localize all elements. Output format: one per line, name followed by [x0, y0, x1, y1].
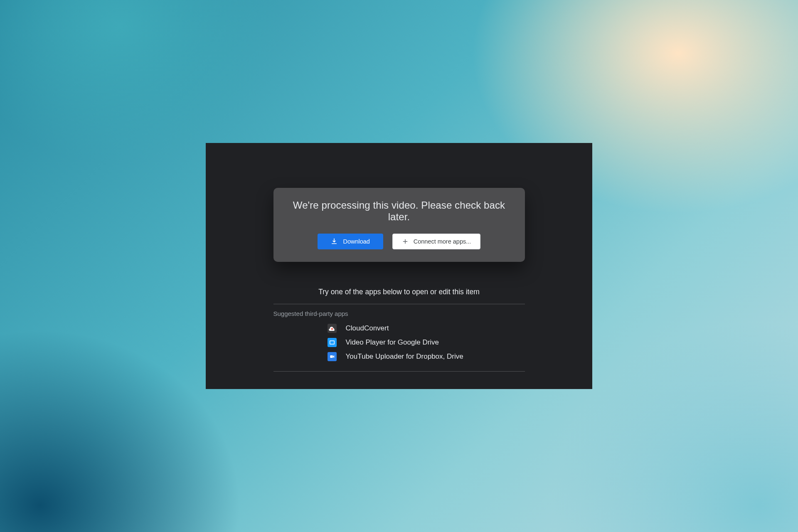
- plus-icon: [402, 238, 409, 245]
- suggested-apps-section: Suggested third-party apps CloudConvert …: [273, 304, 525, 372]
- youtube-uploader-icon: [328, 352, 337, 361]
- download-button-label: Download: [343, 238, 370, 245]
- suggested-apps-label: Suggested third-party apps: [273, 310, 525, 317]
- app-row-video-player[interactable]: Video Player for Google Drive: [273, 335, 525, 350]
- app-name: Video Player for Google Drive: [346, 338, 439, 347]
- connect-apps-button-label: Connect more apps...: [414, 238, 471, 245]
- video-player-icon: [328, 338, 337, 347]
- download-icon: [330, 238, 338, 245]
- svg-rect-2: [330, 355, 332, 358]
- app-row-cloudconvert[interactable]: CloudConvert: [273, 321, 525, 335]
- card-button-row: Download Connect more apps...: [283, 234, 515, 249]
- svg-rect-1: [330, 341, 334, 344]
- app-row-youtube-uploader[interactable]: YouTube Uploader for Dropbox, Drive: [273, 350, 525, 364]
- app-name: YouTube Uploader for Dropbox, Drive: [346, 352, 463, 361]
- cloudconvert-icon: [328, 324, 337, 333]
- processing-card: We're processing this video. Please chec…: [273, 188, 525, 262]
- processing-message: We're processing this video. Please chec…: [283, 200, 515, 223]
- viewer-panel: We're processing this video. Please chec…: [206, 143, 592, 389]
- download-button[interactable]: Download: [318, 234, 383, 249]
- app-name: CloudConvert: [346, 324, 389, 332]
- connect-apps-button[interactable]: Connect more apps...: [392, 234, 481, 249]
- apps-subhead: Try one of the apps below to open or edi…: [206, 288, 592, 296]
